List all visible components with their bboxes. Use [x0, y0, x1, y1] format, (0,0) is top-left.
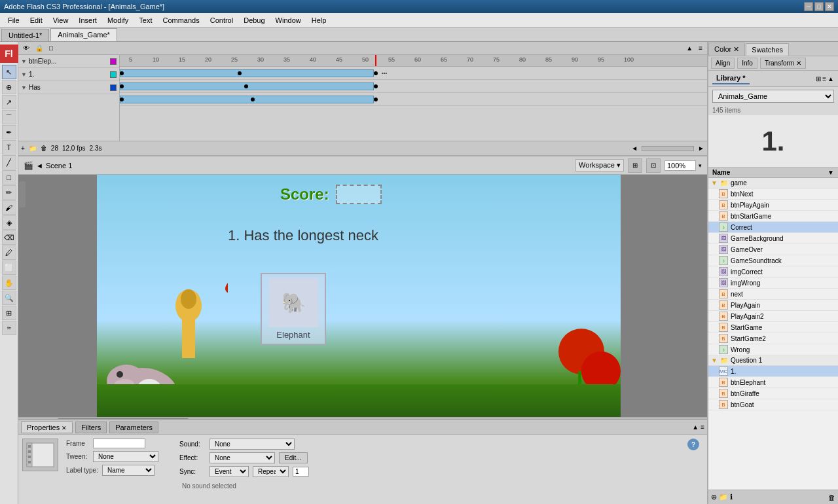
stage-hscroll[interactable]	[18, 417, 707, 419]
tab-properties-close[interactable]: ✕	[62, 425, 67, 431]
lib-item-next[interactable]: B next	[708, 289, 838, 300]
lib-item-playagain[interactable]: B PlayAgain	[708, 300, 838, 311]
eraser-tool[interactable]: ⬜	[2, 261, 16, 275]
lib-item-btngoat[interactable]: B btnGoat	[708, 399, 838, 410]
lib-folder-question1[interactable]: ▼ 📁 Question 1	[708, 355, 838, 366]
tl-collapse-btn[interactable]: ▲	[684, 44, 695, 52]
menu-text[interactable]: Text	[134, 15, 157, 26]
rect-tool[interactable]: □	[2, 170, 16, 185]
lib-item-btnelephant[interactable]: B btnElephant	[708, 377, 838, 388]
menu-help[interactable]: Help	[306, 15, 332, 26]
lib-icon-2[interactable]: ≡	[822, 75, 826, 82]
lib-item-startgame[interactable]: B StartGame	[708, 322, 838, 333]
maximize-button[interactable]: □	[814, 2, 824, 11]
lib-folder-btn[interactable]: 📁	[719, 493, 728, 501]
tl-hscroll[interactable]	[642, 146, 694, 151]
tl-folder[interactable]: 📁	[29, 145, 37, 152]
tl-scroll-right[interactable]: ►	[698, 145, 704, 152]
sound-select[interactable]: None	[210, 439, 295, 450]
tl-outline-btn[interactable]: □	[47, 44, 55, 52]
library-dropdown[interactable]: Animals_Game	[712, 90, 834, 103]
menu-view[interactable]: View	[48, 15, 74, 26]
lib-icon-1[interactable]: ⊞	[816, 75, 821, 82]
tl-scroll-left[interactable]: ◄	[631, 145, 638, 152]
lib-folder-game[interactable]: ▼ 📁 game	[708, 178, 838, 189]
lib-item-startgame2[interactable]: B StartGame2	[708, 333, 838, 344]
tl-eye-btn[interactable]: 👁	[21, 44, 31, 52]
lib-sort-icon[interactable]: ▼	[828, 169, 834, 176]
lib-new-symbol-btn[interactable]: ⊕	[711, 493, 717, 501]
text-tool[interactable]: T	[2, 140, 16, 154]
pen-tool[interactable]: ✒	[2, 125, 16, 139]
stage-icon-2[interactable]: ⊡	[646, 158, 661, 173]
menu-insert[interactable]: Insert	[73, 15, 102, 26]
tab-swatches[interactable]: Swatches	[746, 43, 789, 56]
lib-collapse[interactable]: ▲	[828, 75, 834, 82]
hand-tool[interactable]: ✋	[2, 276, 16, 290]
lib-item-btnstartgame[interactable]: B btnStartGame	[708, 211, 838, 222]
lib-item-btnplayagain[interactable]: B btnPlayAgain	[708, 200, 838, 211]
lib-item-gamebg[interactable]: 🖼 GameBackground	[708, 233, 838, 244]
tween-select[interactable]: None Motion Shape	[93, 451, 158, 462]
zoom-input[interactable]	[665, 160, 696, 171]
eyedropper-tool[interactable]: 🖊	[2, 245, 16, 260]
bp-collapse-btn[interactable]: ▲	[692, 423, 699, 431]
label-type-select[interactable]: Name Comment Anchor	[102, 465, 155, 476]
effect-select[interactable]: None	[210, 452, 275, 463]
tab-properties[interactable]: Properties ✕	[21, 422, 73, 433]
bp-settings-btn[interactable]: ≡	[701, 423, 704, 431]
frame-label-input[interactable]	[93, 439, 145, 448]
menu-modify[interactable]: Modify	[102, 15, 134, 26]
stage-icon-1[interactable]: ⊞	[628, 158, 642, 173]
playhead[interactable]	[375, 55, 376, 66]
tab-parameters[interactable]: Parameters	[109, 422, 158, 433]
snap-tool[interactable]: ⊞	[2, 306, 16, 320]
repeat-select[interactable]: Repeat	[253, 466, 289, 477]
smooth-tool[interactable]: ≈	[2, 321, 16, 335]
pencil-tool[interactable]: ✏	[2, 185, 16, 200]
sync-select[interactable]: Event	[210, 466, 249, 477]
ink-bottle-tool[interactable]: ⌫	[2, 230, 16, 245]
breadcrumb-left-btn[interactable]: ◄	[36, 162, 43, 170]
lib-item-playagain2[interactable]: B PlayAgain2	[708, 311, 838, 322]
tab-filters[interactable]: Filters	[75, 422, 107, 433]
brush-tool[interactable]: 🖌	[2, 200, 16, 215]
layer-has[interactable]: ▼ Has	[18, 81, 119, 94]
lib-item-btngiraffe[interactable]: B btnGiraffe	[708, 388, 838, 399]
tl-settings-btn[interactable]: ≡	[697, 44, 704, 52]
fill-tool[interactable]: ◈	[2, 215, 16, 230]
menu-window[interactable]: Window	[270, 15, 306, 26]
minimize-button[interactable]: ─	[804, 2, 813, 11]
menu-control[interactable]: Control	[205, 15, 238, 26]
menu-edit[interactable]: Edit	[25, 15, 48, 26]
transform-tool[interactable]: ⊕	[2, 80, 16, 94]
tl-lock-btn[interactable]: 🔒	[33, 44, 45, 52]
workspace-select[interactable]: Workspace ▾	[575, 159, 624, 171]
lib-item-imgcorrect[interactable]: 🖼 imgCorrect	[708, 266, 838, 278]
repeat-num[interactable]	[293, 467, 309, 477]
lib-item-1[interactable]: MC 1.	[708, 366, 838, 377]
zoom-tool[interactable]: 🔍	[2, 291, 16, 305]
tab-untitled[interactable]: Untitled-1*	[1, 29, 49, 41]
close-button[interactable]: ✕	[825, 2, 834, 11]
tl-add-layer[interactable]: +	[21, 145, 25, 152]
tab-transform[interactable]: Transform ✕	[760, 58, 806, 69]
lib-item-btnnext[interactable]: B btnNext	[708, 189, 838, 200]
tab-color[interactable]: Color ✕	[708, 43, 745, 56]
lib-item-imgwrong[interactable]: 🖼 imgWrong	[708, 278, 838, 289]
edit-button[interactable]: Edit...	[279, 452, 308, 463]
lib-item-correct[interactable]: ♪ Correct	[708, 222, 838, 233]
menu-file[interactable]: File	[3, 15, 25, 26]
subselect-tool[interactable]: ↗	[2, 95, 16, 109]
layer-1[interactable]: ▼ 1.	[18, 68, 119, 81]
tab-align[interactable]: Align	[711, 58, 735, 69]
menu-commands[interactable]: Commands	[157, 15, 204, 26]
tab-info[interactable]: Info	[737, 58, 757, 69]
layer-btnelep[interactable]: ▼ btnElep...	[18, 55, 119, 68]
tl-delete-layer[interactable]: 🗑	[41, 145, 47, 152]
select-tool[interactable]: ↖	[2, 65, 16, 79]
lasso-tool[interactable]: ⌒	[2, 110, 16, 124]
lib-props-btn[interactable]: ℹ	[730, 493, 733, 501]
tab-animals-game[interactable]: Animals_Game*	[50, 28, 117, 41]
line-tool[interactable]: ╱	[2, 155, 16, 170]
